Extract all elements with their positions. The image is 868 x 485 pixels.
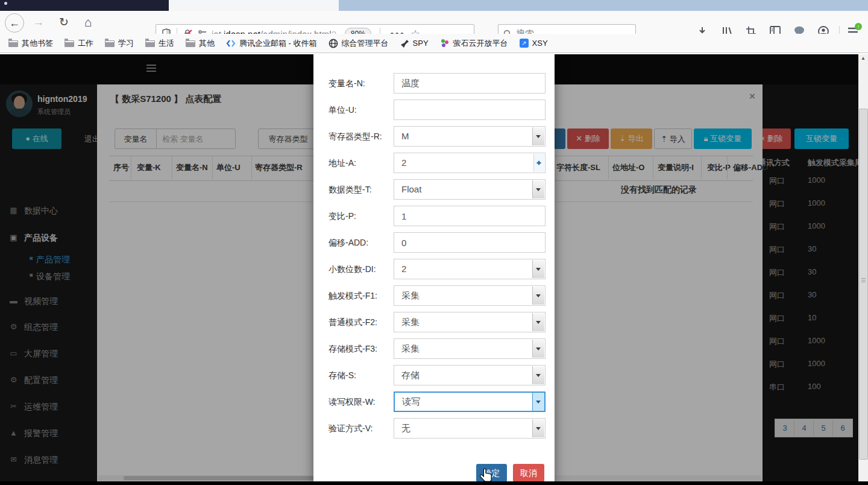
bookmark-folder-work[interactable]: 工作 [64, 38, 93, 49]
field-label: 小数位数-DI: [329, 259, 392, 279]
browser-toolbar: ← → ↻ ⌂ iot.idosp.net/admin/index.html? … [0, 11, 868, 34]
variable-name-input[interactable] [394, 73, 546, 94]
field-label: 读写权限-W: [329, 391, 392, 412]
bookmark-tencent-mail[interactable]: 腾讯企业邮箱 - 收件箱 [226, 38, 317, 49]
field-label: 存储-S: [329, 365, 392, 385]
bookmark-ys7[interactable]: 萤石云开放平台 [440, 38, 508, 49]
tab-favicon-dot [4, 2, 7, 5]
data-type-select[interactable]: Float [394, 179, 546, 200]
storage-select[interactable]: 存储 [394, 365, 546, 385]
cancel-button[interactable]: 取消 [513, 464, 544, 482]
field-label: 普通模式-F2: [329, 312, 392, 332]
globe-icon [329, 39, 338, 48]
chevron-down-icon[interactable] [532, 366, 544, 384]
normal-mode-select[interactable]: 采集 [394, 312, 546, 332]
xsy-icon: ↗ [520, 39, 529, 48]
vertical-scrollbar-thumb[interactable] [859, 109, 868, 460]
reload-button[interactable]: ↻ [55, 11, 72, 34]
ys7-icon [440, 39, 450, 48]
vertical-scrollbar[interactable]: ▲ [858, 54, 868, 481]
chevron-down-icon[interactable] [532, 180, 544, 198]
decimals-select[interactable]: 2 [394, 259, 546, 279]
bookmark-folder-life[interactable]: 生活 [145, 38, 174, 49]
chevron-down-icon[interactable] [532, 340, 544, 358]
browser-tab-strip [0, 0, 868, 11]
bookmark-spy[interactable]: SPY [400, 39, 429, 48]
field-label: 验证方式-V: [329, 418, 392, 439]
field-label: 数据类型-T: [329, 179, 392, 200]
field-label: 变比-P: [329, 206, 392, 226]
tencent-mail-icon [226, 39, 236, 48]
field-label: 存储模式-F3: [329, 338, 392, 359]
trigger-mode-select[interactable]: 采集 [394, 285, 546, 306]
register-type-select[interactable]: M [394, 126, 546, 147]
folder-icon [8, 40, 18, 47]
field-label: 触发模式-F1: [329, 285, 392, 306]
spy-icon [400, 39, 409, 48]
update-badge-icon: ↑ [855, 23, 862, 30]
verify-method-select[interactable]: 无 [394, 418, 546, 439]
chevron-down-icon[interactable] [532, 393, 544, 411]
ratio-input[interactable] [394, 206, 546, 226]
mouse-cursor [479, 468, 492, 483]
variable-edit-modal: 变量名-N: 单位-U: 寄存器类型-R:M 地址-A:2 数据类型-T:Flo… [313, 54, 555, 485]
bookmark-folder-other[interactable]: 其他书签 [8, 38, 53, 49]
unit-input[interactable] [394, 100, 546, 120]
chevron-down-icon[interactable] [532, 419, 544, 437]
chevron-down-icon[interactable] [532, 313, 544, 331]
chevron-down-icon[interactable] [532, 127, 544, 145]
storage-mode-select[interactable]: 采集 [394, 338, 546, 359]
page-viewport: hignton2019 系统管理员 ● 在线 退出 ▦数据中心 ▣产品设备 ■产… [0, 54, 868, 485]
field-label: 单位-U: [329, 100, 392, 120]
folder-icon [105, 40, 115, 47]
bookmarks-bar: 其他书签 工作 学习 生活 其他 腾讯企业邮箱 - 收件箱 综合管理平台 SPY… [0, 34, 868, 53]
field-label: 寄存器类型-R: [329, 126, 392, 147]
bottom-edge-strip [0, 481, 868, 485]
field-label: 地址-A: [329, 153, 392, 173]
bookmark-folder-study[interactable]: 学习 [105, 38, 134, 49]
spinner-arrows-icon[interactable] [533, 154, 544, 172]
bookmark-mgmt-platform[interactable]: 综合管理平台 [329, 38, 389, 49]
back-button[interactable]: ← [5, 13, 24, 33]
home-button[interactable]: ⌂ [80, 11, 96, 34]
scroll-up-arrow-icon[interactable]: ▲ [858, 55, 868, 61]
offset-input[interactable] [394, 232, 546, 253]
folder-icon [186, 40, 195, 47]
forward-button[interactable]: → [30, 11, 47, 34]
chevron-down-icon[interactable] [532, 260, 544, 278]
folder-icon [64, 40, 74, 47]
bookmark-xsy[interactable]: ↗ XSY [520, 39, 548, 48]
bookmark-folder-misc[interactable]: 其他 [186, 38, 215, 49]
chevron-down-icon[interactable] [532, 287, 544, 305]
rw-permission-select[interactable]: 读写 [394, 391, 546, 412]
active-tab[interactable] [169, 0, 339, 11]
folder-icon [145, 40, 155, 47]
address-stepper[interactable]: 2 [394, 153, 546, 173]
window-title-area [0, 0, 169, 11]
field-label: 偏移-ADD: [329, 232, 392, 253]
field-label: 变量名-N: [329, 73, 392, 94]
